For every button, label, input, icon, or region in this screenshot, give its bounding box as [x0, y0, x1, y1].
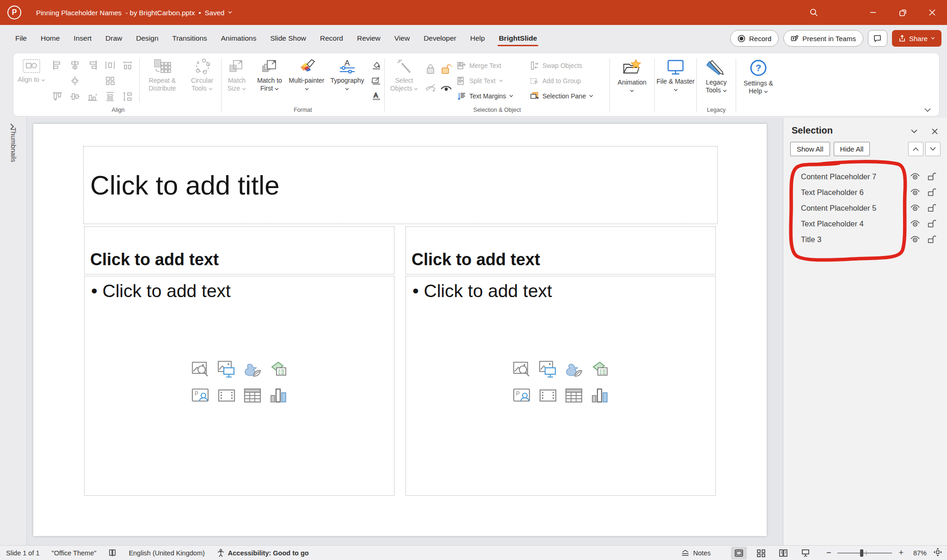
document-title[interactable]: Pinning Placeholder Names - by BrightCar… — [36, 9, 232, 17]
split-text-button[interactable]: Split Text — [457, 77, 524, 85]
normal-view-button[interactable] — [731, 547, 747, 560]
tab-slide-show[interactable]: Slide Show — [263, 30, 313, 47]
hide-object-button[interactable] — [424, 83, 437, 93]
toggle-lock-button[interactable] — [925, 170, 939, 183]
cameo-button[interactable]: P — [191, 386, 210, 405]
selection-row[interactable]: Content Placeholder 7 — [783, 169, 947, 184]
pictures-button[interactable] — [217, 360, 236, 379]
left-content-placeholder[interactable]: • Click to add text P — [84, 276, 394, 496]
table-button[interactable] — [565, 386, 583, 405]
toggle-visibility-button[interactable] — [908, 170, 922, 183]
slide-canvas[interactable]: Click to add title Click to add text Cli… — [33, 124, 767, 536]
pictures-button[interactable] — [539, 360, 557, 379]
align-right-button[interactable] — [87, 60, 98, 71]
file-master-button[interactable]: File & Master — [656, 56, 695, 106]
share-button[interactable]: Share — [892, 30, 941, 47]
align-top-button[interactable] — [52, 91, 63, 102]
match-to-first-button[interactable]: Match to First — [251, 56, 288, 106]
tab-view[interactable]: View — [387, 30, 417, 47]
smartart-button[interactable] — [269, 360, 288, 379]
spellcheck-button[interactable] — [108, 549, 117, 557]
smartart-button[interactable] — [590, 360, 609, 379]
icons-button[interactable] — [565, 360, 583, 379]
align-to-button[interactable]: Align to — [16, 56, 47, 106]
right-content-placeholder[interactable]: • Click to add text P — [406, 276, 716, 496]
zoom-out-button[interactable]: − — [826, 548, 831, 558]
zoom-in-button[interactable]: + — [898, 548, 904, 558]
vertical-spacing-button[interactable] — [122, 91, 133, 102]
align-grid-button[interactable] — [105, 75, 116, 86]
restore-button[interactable] — [888, 0, 917, 25]
fill-format-button[interactable] — [371, 61, 381, 70]
tab-help[interactable]: Help — [463, 30, 492, 47]
align-center-button[interactable] — [69, 60, 80, 71]
chart-button[interactable] — [590, 386, 609, 405]
show-all-button[interactable]: Show All — [790, 142, 830, 156]
text-format-button[interactable]: A — [371, 91, 381, 101]
language-indicator[interactable]: English (United Kingdom) — [129, 549, 204, 557]
stock-image-button[interactable] — [191, 360, 210, 379]
align-left-button[interactable] — [52, 60, 63, 71]
merge-text-button[interactable]: Merge Text — [457, 61, 524, 70]
slide-counter[interactable]: Slide 1 of 1 — [6, 549, 40, 557]
align-middle-button[interactable] — [69, 75, 80, 86]
show-object-button[interactable] — [440, 84, 453, 93]
zoom-level[interactable]: 87% — [910, 549, 927, 557]
tab-record[interactable]: Record — [313, 30, 350, 47]
video-button[interactable] — [217, 386, 236, 405]
slide-sorter-button[interactable] — [753, 547, 769, 560]
hide-all-button[interactable]: Hide All — [834, 142, 870, 156]
zoom-slider-thumb[interactable] — [860, 549, 863, 557]
selection-pane-close-button[interactable] — [928, 125, 941, 137]
selection-row[interactable]: Content Placeholder 5 — [783, 200, 947, 216]
minimize-button[interactable] — [858, 0, 888, 25]
title-placeholder[interactable]: Click to add title — [83, 146, 718, 224]
text-margins-button[interactable]: Text Margins — [457, 92, 524, 100]
chart-button[interactable] — [269, 386, 288, 405]
distribute-horizontal-button[interactable] — [105, 60, 116, 71]
close-button[interactable] — [917, 0, 947, 25]
toggle-visibility-button[interactable] — [908, 202, 922, 214]
selection-row[interactable]: Text Placeholder 6 — [783, 184, 947, 200]
swap-objects-button[interactable]: Swap Objects — [530, 61, 606, 70]
account-avatar[interactable] — [829, 0, 858, 25]
slideshow-button[interactable] — [798, 547, 813, 560]
selection-row[interactable]: Text Placeholder 4 — [783, 216, 947, 231]
stock-image-button[interactable] — [513, 360, 531, 379]
tab-design[interactable]: Design — [129, 30, 165, 47]
toggle-lock-button[interactable] — [925, 218, 939, 230]
settings-help-button[interactable]: ? Settings & Help — [737, 56, 780, 106]
present-in-teams-button[interactable]: Present in Teams — [783, 30, 863, 47]
toggle-visibility-button[interactable] — [908, 186, 922, 198]
selection-pane-button[interactable]: Selection Pane — [530, 92, 606, 100]
select-objects-button[interactable]: Select Objects — [386, 56, 423, 106]
legacy-tools-button[interactable]: Legacy Tools — [698, 56, 735, 106]
repeat-distribute-button[interactable]: Repeat & Distribute — [141, 56, 184, 106]
cameo-button[interactable]: P — [513, 386, 531, 405]
video-button[interactable] — [539, 386, 557, 405]
record-button[interactable]: Record — [730, 30, 779, 47]
tab-transitions[interactable]: Transitions — [166, 30, 214, 47]
tab-developer[interactable]: Developer — [417, 30, 463, 47]
align-bottom-button[interactable] — [87, 91, 98, 102]
horizontal-spacing-button[interactable] — [122, 60, 133, 71]
left-text-placeholder[interactable]: Click to add text — [84, 226, 394, 274]
unlock-button[interactable] — [440, 63, 452, 75]
toggle-visibility-button[interactable] — [908, 218, 922, 230]
zoom-slider[interactable] — [837, 553, 892, 554]
animation-button[interactable]: Animation — [611, 56, 653, 106]
selection-row[interactable]: Title 3 — [783, 231, 947, 247]
lock-button[interactable] — [425, 63, 436, 75]
multi-painter-button[interactable]: Multi-painter — [288, 56, 325, 106]
distribute-vertical-button[interactable] — [105, 91, 116, 102]
icons-button[interactable] — [243, 360, 262, 379]
tab-brightslide[interactable]: BrightSlide — [492, 30, 544, 47]
toggle-lock-button[interactable] — [925, 233, 939, 245]
add-to-group-button[interactable]: Add to Group — [530, 77, 606, 85]
notes-button[interactable]: Notes — [681, 549, 711, 557]
toggle-lock-button[interactable] — [925, 186, 939, 198]
match-size-button[interactable]: Match Size — [222, 56, 251, 106]
table-button[interactable] — [243, 386, 262, 405]
tab-animations[interactable]: Animations — [214, 30, 264, 47]
fit-slide-button[interactable] — [933, 548, 942, 558]
